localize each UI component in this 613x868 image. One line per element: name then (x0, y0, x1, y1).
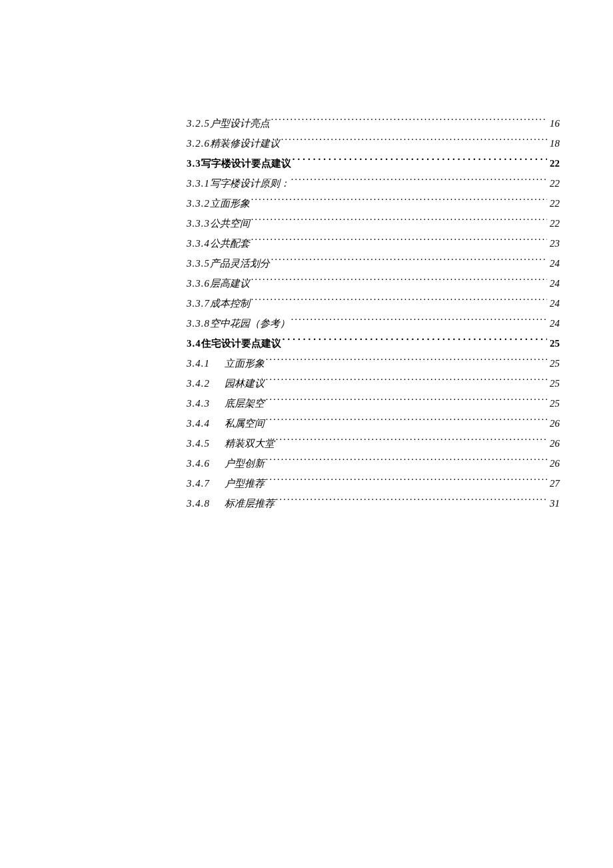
toc-entry-number: 3.3 (187, 153, 201, 173)
toc-entry-title: 底层架空 (225, 393, 266, 413)
toc-entry-number: 3.3.6 (187, 273, 210, 293)
toc-entry-title: 写字楼设计要点建议 (201, 153, 293, 173)
toc-leader-dots (251, 277, 547, 287)
toc-entry: 3.4.3底层架空 25 (187, 393, 560, 413)
toc-leader-dots (271, 117, 547, 127)
toc-leader-dots (283, 337, 547, 347)
toc-entry: 3.4.5精装双大堂26 (187, 433, 560, 453)
toc-entry-title: 公共配套 (210, 233, 251, 253)
toc-entry-number: 3.4 (187, 333, 201, 353)
toc-entry-page: 26 (547, 413, 560, 433)
toc-entry: 3.4.2园林建议 25 (187, 373, 560, 393)
toc-entry: 3.4.1立面形象 25 (187, 353, 560, 373)
toc-entry-page: 24 (547, 273, 560, 293)
toc-entry-title: 园林建议 (225, 373, 266, 393)
toc-entry-page: 16 (547, 113, 560, 133)
toc-entry-number: 3.4.2 (187, 373, 225, 393)
toc-entry-title: 层高建议 (210, 273, 251, 293)
toc-entry-number: 3.2.5 (187, 113, 210, 133)
toc-entry-page: 27 (547, 473, 560, 493)
toc-entry-title: 成本控制 (210, 293, 251, 313)
toc-entry-title: 产品灵活划分 (210, 253, 271, 273)
toc-leader-dots (291, 177, 547, 187)
toc-entry-title: 私属空间 (225, 413, 266, 433)
toc-leader-dots (251, 237, 547, 247)
toc-entry-title: 空中花园（参考） (210, 313, 291, 333)
toc-entry-page: 22 (547, 213, 560, 233)
toc-entry-number: 3.4.5 (187, 433, 225, 453)
toc-leader-dots (251, 197, 547, 207)
toc-entry-page: 22 (547, 153, 560, 173)
toc-entry-page: 24 (547, 253, 560, 273)
toc-entry-title: 户型创新 (225, 453, 266, 473)
toc-entry-number: 3.4.8 (187, 493, 225, 513)
toc-leader-dots (266, 357, 547, 367)
toc-entry-number: 3.4.6 (187, 453, 225, 473)
toc-entry-number: 3.4.7 (187, 473, 225, 493)
toc-entry-number: 3.4.1 (187, 353, 225, 373)
toc-leader-dots (291, 317, 547, 327)
toc-entry: 3.3.8空中花园（参考）24 (187, 313, 560, 333)
toc-entry-number: 3.3.5 (187, 253, 210, 273)
toc-entry: 3.4.8标准层推荐31 (187, 493, 560, 513)
toc-entry-title: 住宅设计要点建议 (201, 333, 283, 353)
toc-entry-page: 25 (547, 393, 560, 413)
toc-entry-number: 3.3.4 (187, 233, 210, 253)
toc-entry-number: 3.3.2 (187, 193, 210, 213)
toc-entry: 3.4.4私属空间 26 (187, 413, 560, 433)
toc-entry-page: 25 (547, 333, 560, 353)
toc-entry-page: 24 (547, 313, 560, 333)
toc-entry: 3.3.4公共配套23 (187, 233, 560, 253)
toc-entry-number: 3.3.7 (187, 293, 210, 313)
toc-entry-page: 25 (547, 373, 560, 393)
toc-leader-dots (251, 297, 547, 307)
toc-entry-title: 标准层推荐 (225, 493, 276, 513)
toc-entry-page: 22 (547, 173, 560, 193)
toc-entry-page: 25 (547, 353, 560, 373)
toc-entry: 3.3.3公共空间22 (187, 213, 560, 233)
toc-leader-dots (281, 137, 547, 147)
toc-entry-title: 精装双大堂 (225, 433, 276, 453)
toc-entry-number: 3.4.4 (187, 413, 225, 433)
toc-entry: 3.3.6层高建议24 (187, 273, 560, 293)
toc-entry-number: 3.3.1 (187, 173, 210, 193)
toc-entry-page: 26 (547, 433, 560, 453)
toc-entry-page: 31 (547, 493, 560, 513)
toc-leader-dots (276, 437, 547, 447)
toc-entry-page: 26 (547, 453, 560, 473)
toc-entry: 3.4.7户型推荐 27 (187, 473, 560, 493)
toc-leader-dots (251, 217, 547, 227)
document-page: 3.2.5户型设计亮点 163.2.6精装修设计建议183.3写字楼设计要点建议… (0, 0, 613, 868)
toc-entry-title: 公共空间 (210, 213, 251, 233)
toc-leader-dots (271, 257, 547, 267)
toc-leader-dots (276, 497, 547, 507)
toc-entry-title: 精装修设计建议 (210, 133, 281, 153)
toc-leader-dots (266, 477, 547, 487)
toc-leader-dots (266, 457, 547, 467)
toc-entry-page: 24 (547, 293, 560, 313)
toc-leader-dots (266, 417, 547, 427)
table-of-contents: 3.2.5户型设计亮点 163.2.6精装修设计建议183.3写字楼设计要点建议… (187, 113, 560, 513)
toc-entry: 3.2.6精装修设计建议18 (187, 133, 560, 153)
toc-entry: 3.3.1写字楼设计原则：22 (187, 173, 560, 193)
toc-entry-title: 写字楼设计原则： (210, 173, 291, 193)
toc-entry: 3.3.2立面形象22 (187, 193, 560, 213)
toc-entry-number: 3.2.6 (187, 133, 210, 153)
toc-entry: 3.3.5产品灵活划分 24 (187, 253, 560, 273)
toc-entry-title: 户型推荐 (225, 473, 266, 493)
toc-entry: 3.3写字楼设计要点建议 22 (187, 153, 560, 173)
toc-entry: 3.4住宅设计要点建议 25 (187, 333, 560, 353)
toc-entry-page: 23 (547, 233, 560, 253)
toc-entry: 3.2.5户型设计亮点 16 (187, 113, 560, 133)
toc-entry-number: 3.4.3 (187, 393, 225, 413)
toc-leader-dots (266, 377, 547, 387)
toc-entry-title: 立面形象 (225, 353, 266, 373)
toc-entry-number: 3.3.8 (187, 313, 210, 333)
toc-entry: 3.4.6户型创新 26 (187, 453, 560, 473)
toc-leader-dots (293, 157, 547, 167)
toc-entry-title: 立面形象 (210, 193, 251, 213)
toc-entry-title: 户型设计亮点 (210, 113, 271, 133)
toc-entry: 3.3.7成本控制24 (187, 293, 560, 313)
toc-entry-number: 3.3.3 (187, 213, 210, 233)
toc-leader-dots (266, 397, 547, 407)
